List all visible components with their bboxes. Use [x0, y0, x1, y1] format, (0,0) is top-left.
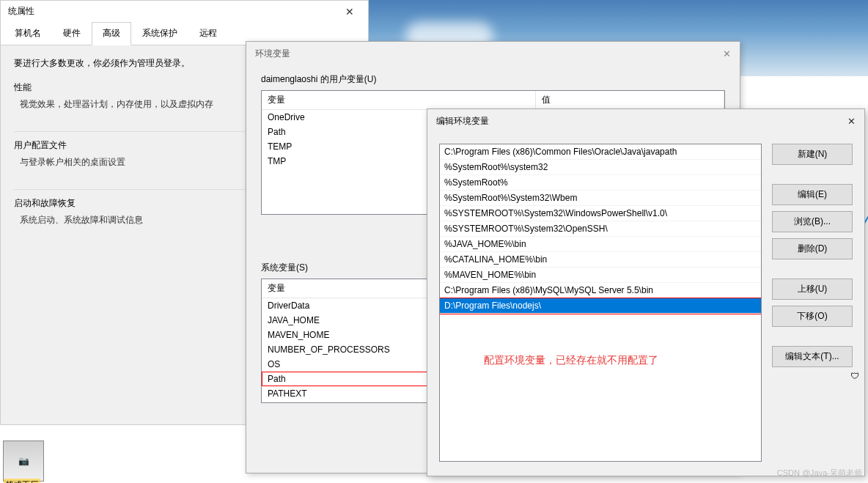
shield-icon: [850, 371, 861, 381]
tab-remote[interactable]: 远程: [188, 22, 228, 45]
watermark: CSDN @Java-呆萌老师: [777, 468, 862, 479]
new-button[interactable]: 新建(N): [772, 144, 853, 165]
envvars-title: 环境变量: [255, 48, 290, 60]
list-item[interactable]: %SystemRoot%: [440, 175, 761, 191]
format-factory-icon: 📷: [18, 456, 29, 466]
list-item[interactable]: %JAVA_HOME%\bin: [440, 237, 761, 252]
tab-hardware[interactable]: 硬件: [52, 22, 92, 45]
tab-computer-name[interactable]: 算机名: [4, 22, 52, 45]
col-value[interactable]: 值: [535, 91, 724, 110]
close-icon[interactable]: ✕: [339, 6, 361, 18]
list-item[interactable]: %SystemRoot%\System32\Wbem: [440, 191, 761, 206]
tab-system-protection[interactable]: 系统保护: [131, 22, 188, 45]
movedown-button[interactable]: 下移(O): [772, 306, 853, 327]
close-icon[interactable]: ✕: [723, 48, 731, 59]
edittext-button[interactable]: 编辑文本(T)...: [772, 346, 853, 367]
sysprops-title: 统属性: [8, 5, 34, 18]
browse-button[interactable]: 浏览(B)...: [772, 211, 853, 232]
close-icon[interactable]: ✕: [847, 116, 856, 127]
list-item[interactable]: %MAVEN_HOME%\bin: [440, 268, 761, 283]
list-item[interactable]: %SystemRoot%\system32: [440, 160, 761, 175]
list-item[interactable]: C:\Program Files (x86)\MySQL\MySQL Serve…: [440, 283, 761, 298]
tab-advanced[interactable]: 高级: [92, 22, 131, 45]
col-variable[interactable]: 变量: [262, 91, 535, 110]
list-item[interactable]: C:\Program Files (x86)\Common Files\Orac…: [440, 144, 761, 160]
user-vars-label: daimenglaoshi 的用户变量(U): [261, 73, 725, 86]
moveup-button[interactable]: 上移(U): [772, 279, 853, 300]
taskbar-app-icon[interactable]: 📷 格式工厂: [3, 440, 44, 482]
path-list[interactable]: C:\Program Files (x86)\Common Files\Orac…: [439, 144, 762, 462]
list-item[interactable]: %CATALINA_HOME%\bin: [440, 252, 761, 268]
editpath-title: 编辑环境变量: [436, 115, 489, 128]
edit-env-variable-dialog: 编辑环境变量 ✕ C:\Program Files (x86)\Common F…: [427, 108, 865, 476]
delete-button[interactable]: 删除(D): [772, 238, 853, 259]
edit-button[interactable]: 编辑(E): [772, 184, 853, 205]
list-item[interactable]: %SYSTEMROOT%\System32\WindowsPowerShell\…: [440, 206, 761, 221]
list-item-selected[interactable]: D:\Program Files\nodejs\: [440, 298, 761, 314]
taskbar-label: 格式工厂: [4, 479, 40, 483]
list-item[interactable]: %SYSTEMROOT%\System32\OpenSSH\: [440, 221, 761, 237]
annotation-text: 配置环境变量，已经存在就不用配置了: [484, 354, 658, 367]
